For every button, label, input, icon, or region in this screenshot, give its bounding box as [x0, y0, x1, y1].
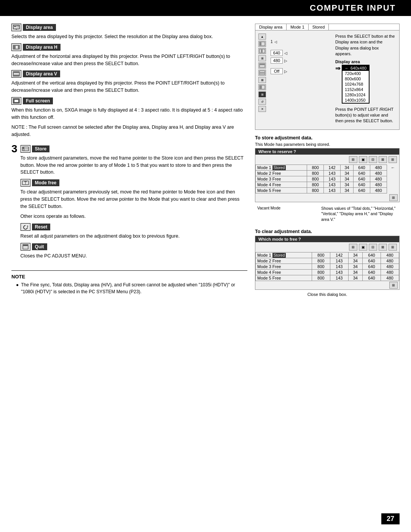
clear-section-title: To clear adjustment data. — [255, 229, 400, 234]
dial-off-value: Off — [271, 68, 283, 74]
svg-rect-2 — [17, 26, 19, 27]
titlebar-display-area: Display area — [255, 24, 287, 30]
dialog-icon-btn-5[interactable] — [258, 62, 266, 69]
dial-480-arrow: ▷ — [284, 59, 287, 63]
clear-close-icon[interactable]: ⊞ — [389, 282, 398, 289]
svg-rect-9 — [13, 75, 19, 76]
display-area-h-header: Display area H — [11, 43, 247, 51]
mode-free-header: Mode free — [21, 179, 247, 187]
mode-free-icon — [21, 179, 30, 187]
page-number: 27 — [381, 513, 400, 524]
clear-icon-4[interactable]: ⊠ — [379, 244, 387, 251]
store-close-icon[interactable]: ⊞ — [389, 194, 398, 201]
dialog-icon-btn-2[interactable] — [258, 41, 266, 47]
dialog-icon-btn-10[interactable]: ↺ — [258, 99, 266, 105]
clear-row-1: Mode 1 Stored 800 142 34 640 480 — [256, 252, 399, 258]
clear-row-4: Mode 4 Free 800 143 34 640 480 — [256, 269, 399, 275]
menu-item-1152x864[interactable]: 1152x864 — [342, 87, 369, 92]
dialog-icon-btn-8[interactable] — [258, 84, 266, 90]
store-subtitle: This Mode has parameters being stored. — [255, 142, 400, 147]
store-table: Mode 1 Stored 800 142 34 640 480 ← Mode … — [255, 165, 399, 193]
store-icon-2[interactable]: ▣ — [359, 156, 367, 163]
reset-label: Reset — [32, 224, 51, 230]
quit-icon — [21, 243, 30, 251]
store-icon-5[interactable]: ⊞ — [389, 156, 397, 163]
reset-text: Reset all adjust parameters on the adjus… — [21, 233, 247, 240]
store-section-title: To store adjustment data. — [255, 135, 400, 141]
store-header: Store — [21, 145, 247, 153]
store-icon-3[interactable]: ⊟ — [369, 156, 377, 163]
dialog-icon-btn-4[interactable]: ⊞ — [258, 55, 266, 61]
note-title: NOTE — [11, 274, 247, 280]
clear-table: Mode 1 Stored 800 142 34 640 480 Mode 2 … — [255, 252, 399, 281]
dialog-icon-btn-3[interactable] — [258, 48, 266, 54]
dialog-icon-btn-1[interactable]: ▲ — [258, 34, 266, 40]
display-area-h-label: Display area H — [23, 44, 61, 51]
full-screen-label: Full screen — [23, 97, 53, 104]
menu-item-720x400[interactable]: 720x400 — [342, 71, 369, 76]
store-icons-row: ⊞ ▣ ⊟ ⊠ ⊞ — [255, 155, 399, 165]
clear-icon-2[interactable]: ▣ — [359, 244, 367, 251]
note-bullet: ● The Fine sync, Total dots, Display are… — [16, 281, 247, 295]
full-screen-header: Full screen — [11, 97, 247, 105]
dialog-icon-btn-7[interactable]: ⊠ — [258, 77, 266, 83]
clear-dialog: Which mode to free ? ⊞ ▣ ⊟ ⊠ ⊞ Mode 1 St… — [255, 236, 400, 290]
display-area-menu: ← 640x480 720x400 800x600 1024x768 1152x… — [342, 65, 370, 104]
callout-top-text: Press the SELECT button at the Display a… — [335, 34, 396, 57]
menu-item-800x600[interactable]: 800x600 — [342, 76, 369, 81]
display-area-v-header: Display area V — [11, 70, 247, 78]
clear-icon-5[interactable]: ⊞ — [389, 244, 397, 251]
step3-row: 3 Store — [11, 145, 247, 263]
store-row-4: Mode 4 Free 800 143 34 640 480 — [256, 182, 399, 187]
clear-icon-3[interactable]: ⊟ — [369, 244, 377, 251]
dialog-icon-btn-6[interactable] — [258, 70, 266, 76]
store-icon-4[interactable]: ⊠ — [379, 156, 387, 163]
dialog-icon-btn-11[interactable]: ✕ — [258, 106, 266, 112]
quit-text: Closes the PC ADJUST MENU. — [21, 252, 247, 260]
display-area-v-icon — [11, 70, 21, 78]
display-area-h-section: Display area H Adjustment of the horizon… — [11, 43, 247, 67]
menu-item-1280x1024[interactable]: 1280x1024 — [342, 92, 369, 97]
svg-rect-5 — [13, 45, 16, 49]
display-area-label: Display area — [23, 24, 56, 31]
titlebar-mode1: Mode 1 — [287, 24, 309, 30]
svg-rect-8 — [13, 72, 19, 73]
full-screen-text: When this function is on, SXGA image is … — [11, 107, 247, 121]
display-area-menu-label: Display area — [335, 59, 360, 64]
clear-icon-1[interactable]: ⊞ — [349, 244, 357, 251]
right-column: Display area Mode 1 Stored ▲ ⊞ — [255, 24, 400, 297]
store-icon-1[interactable]: ⊞ — [349, 156, 357, 163]
full-screen-icon — [11, 97, 21, 105]
svg-rect-30 — [260, 72, 264, 73]
store-section: Store To store adjustment parameters, mo… — [21, 145, 247, 176]
clear-row-5: Mode 5 Free 800 143 34 640 480 — [256, 275, 399, 281]
store-dialog: Where to reserve ? ⊞ ▣ ⊟ ⊠ ⊞ Mode 1 Stor… — [255, 148, 400, 202]
menu-item-640x480[interactable]: ← 640x480 — [342, 66, 369, 71]
display-area-icon — [11, 24, 21, 31]
store-row-5: Mode 5 Free 800 143 34 640 480 — [256, 187, 399, 193]
menu-selected-arrow: ← — [345, 66, 349, 70]
note-full: NOTE : The Full screen cannot be selecte… — [11, 124, 247, 138]
display-area-header: Display area — [11, 24, 247, 31]
store-row-1: Mode 1 Stored 800 142 34 640 480 ← — [256, 165, 399, 170]
dial-off-arrow: ▷ — [284, 69, 287, 73]
svg-rect-21 — [23, 245, 28, 246]
display-area-v-section: Display area V Adjustment of the vertica… — [11, 70, 247, 94]
bullet-symbol: ● — [16, 281, 19, 295]
reset-section: Reset Reset all adjust parameters on the… — [21, 223, 247, 240]
full-screen-section: Full screen When this function is on, SX… — [11, 97, 247, 121]
other-icons-text: Other icons operate as follows. — [21, 213, 247, 220]
store-adjustment-section: To store adjustment data. This Mode has … — [255, 135, 400, 224]
menu-item-1024x768[interactable]: 1024x768 — [342, 81, 369, 87]
reset-header: Reset — [21, 223, 247, 231]
store-mode-1: Mode 1 Stored — [256, 165, 307, 170]
svg-rect-32 — [260, 86, 262, 89]
display-area-h-text: Adjustment of the horizontal area displa… — [11, 53, 247, 67]
dialog-icon-btn-9[interactable]: ⊞ — [258, 91, 266, 97]
store-row-3: Mode 3 Free 800 143 34 640 480 — [256, 176, 399, 182]
vacant-note: Shows values of "Total dots," "Horizonta… — [321, 206, 397, 222]
menu-item-1400x1050[interactable]: 1400x1050 — [342, 97, 369, 103]
store-label: Store — [32, 145, 50, 152]
svg-rect-28 — [260, 64, 264, 65]
store-row-2: Mode 2 Free 800 143 34 640 480 — [256, 170, 399, 176]
